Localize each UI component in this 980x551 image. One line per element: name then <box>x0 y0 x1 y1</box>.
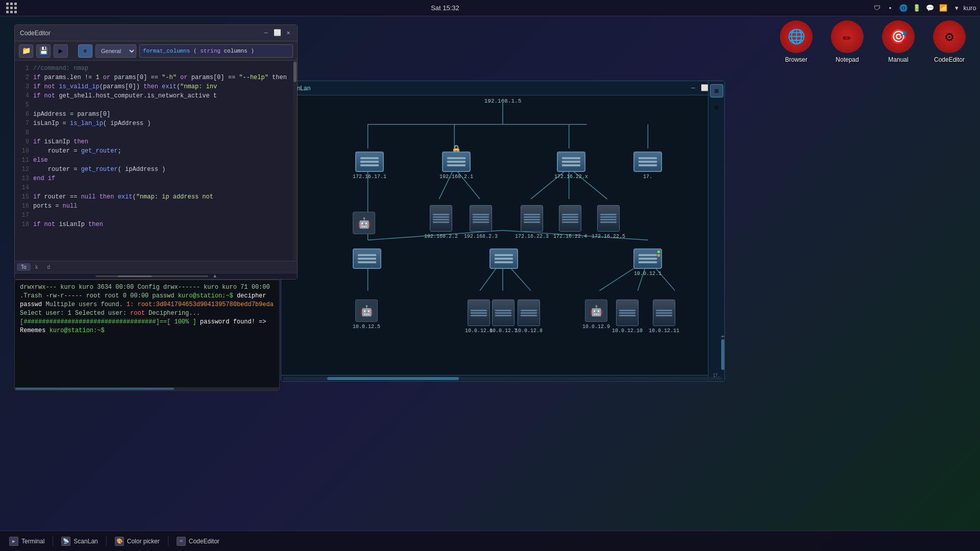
server-label: 192.168.2.3 <box>464 234 498 239</box>
network-map: 192.168.1.5 172.16.17.1 <box>281 95 724 375</box>
code-scrollbar[interactable] <box>293 61 297 261</box>
server-10-0-12-8[interactable]: 10.0.12.8 <box>515 299 543 334</box>
taskbar-item-scanlan[interactable]: 📡 ScanLan <box>56 533 103 549</box>
signal-icon[interactable]: ▾ <box>952 4 961 12</box>
tab-k[interactable]: k <box>32 263 42 271</box>
scanlan-right-label: 17. <box>713 373 720 375</box>
terminal-scrollbar[interactable] <box>15 387 279 390</box>
scanlan-maximize-button[interactable]: ⬜ <box>701 85 708 92</box>
scanlan-titlebar: ScanLan — ⬜ ✕ <box>281 81 724 95</box>
server-192-168-2-2[interactable]: 192.168.2.2 <box>424 205 458 239</box>
server-192-168-2-3[interactable]: 192.168.2.3 <box>464 205 498 239</box>
tab-d[interactable]: d <box>43 263 55 271</box>
desktop: Sat 15:32 🛡 ▪ 🌐 🔋 💬 📶 ▾ kuro 🌐 Browser ✏… <box>0 0 980 551</box>
server-icon <box>470 205 492 232</box>
settings-button[interactable]: ⚙ <box>78 44 92 58</box>
function-display: format_columns ( string columns ) <box>139 44 293 58</box>
maximize-button[interactable]: ⬜ <box>274 30 281 37</box>
language-select[interactable]: General <box>95 44 136 58</box>
router-172-16-22[interactable]: 172.16.22.x <box>554 152 588 180</box>
topbar-left <box>6 3 17 14</box>
list-view-button[interactable]: ≡ <box>710 102 723 115</box>
server-10-0-12-7[interactable]: 10.0.12.7 <box>489 299 517 334</box>
scanlan-horizontal-scrollbar[interactable] <box>281 375 724 381</box>
apps-grid-icon[interactable] <box>6 3 17 14</box>
taskbar: ▶ Terminal 📡 ScanLan 🎨 Color picker ⌨ Co… <box>0 531 980 551</box>
router-mid-1[interactable] <box>353 248 381 269</box>
terminal-taskbar-icon: ▶ <box>9 537 18 546</box>
terminal-content[interactable]: drwxrwx--- kuro kuro 3634 00:00 Config d… <box>15 280 279 387</box>
codeeditor-desktop-icon[interactable]: ⚙️ CodeEditor <box>929 20 970 63</box>
cpu-icon[interactable]: ▪ <box>886 4 894 12</box>
server-icon <box>521 205 543 232</box>
run-button[interactable]: ▶ <box>54 44 68 58</box>
net-ip-top: 192.168.1.5 <box>484 98 522 104</box>
tab-to[interactable]: To <box>17 263 31 271</box>
router-label: 10.0.12.1 <box>634 271 662 277</box>
scanlan-vertical-scroll[interactable] <box>720 335 724 371</box>
scanlan-scroll-thumb[interactable] <box>327 377 459 380</box>
router-17-partial[interactable]: 17. <box>633 152 662 180</box>
server-icon <box>559 205 581 232</box>
map-view-button[interactable]: ⊞ <box>710 95 723 97</box>
router-172-16-17-1[interactable]: 172.16.17.1 <box>353 152 386 180</box>
server-10-0-12-11[interactable]: 10.0.12.11 <box>649 299 679 334</box>
scanlan-minimize-button[interactable]: — <box>690 85 697 92</box>
taskbar-item-codeeditor[interactable]: ⌨ CodeEditor <box>172 533 225 549</box>
server-icon <box>653 299 675 326</box>
topbar-datetime: Sat 15:32 <box>431 4 459 12</box>
window-controls: — ⬜ ✕ <box>262 30 292 37</box>
scanlan-taskbar-icon: 📡 <box>61 537 70 546</box>
browser-icon[interactable]: 🌐 Browser <box>776 20 817 63</box>
scroll-up-button[interactable]: ▲ <box>213 273 216 279</box>
server-172-16-22-5[interactable]: 172.16.22.5 <box>592 205 625 239</box>
scanner-node-3[interactable]: 🤖 10.0.12.9 <box>582 299 610 330</box>
scrollbar-thumb[interactable] <box>293 62 297 82</box>
scanner-node-1[interactable]: 🤖 <box>353 212 375 234</box>
shield-icon[interactable]: 🛡 <box>873 4 881 12</box>
server-icon <box>597 205 620 232</box>
scanlan-content: 192.168.1.5 172.16.17.1 <box>281 95 724 375</box>
server-10-0-12-10[interactable]: 10.0.12.10 <box>612 299 643 334</box>
router-10-0-12-1[interactable]: 10.0.12.1 <box>633 248 662 277</box>
func-text: format_columns ( string columns ) <box>143 48 254 54</box>
router-192-168-2-1[interactable]: 🔒 192.168.2.1 <box>439 152 473 180</box>
taskbar-item-color-picker[interactable]: 🎨 Color picker <box>110 533 165 549</box>
save-button[interactable]: 💾 <box>36 44 51 58</box>
chat-icon[interactable]: 💬 <box>926 4 934 12</box>
server-172-16-22-3[interactable]: 172.16.22.3 <box>515 205 549 239</box>
browser-icon-img: 🌐 <box>780 20 813 53</box>
manual-icon[interactable]: 🎯 Manual <box>878 20 919 63</box>
server-label: 10.0.12.11 <box>649 328 679 334</box>
scanner-label: 10.0.12.5 <box>353 324 380 330</box>
notepad-icon[interactable]: ✏️ Notepad <box>827 20 868 63</box>
minimize-button[interactable]: — <box>262 30 270 37</box>
notepad-icon-img: ✏️ <box>831 20 864 53</box>
scanner-node-2[interactable]: 🤖 10.0.12.5 <box>353 299 380 330</box>
server-172-16-22-4[interactable]: 172.16.22.4 <box>553 205 587 239</box>
codeeditor-window: CodeEditor — ⬜ ✕ 📁 💾 ▶ ⚙ General format_… <box>14 24 298 280</box>
server-label: 10.0.12.7 <box>489 328 517 334</box>
wifi-icon[interactable]: 📶 <box>939 4 947 12</box>
router-label: 17. <box>643 174 652 180</box>
scanner-icon: 🤖 <box>353 212 375 234</box>
server-label: 10.0.12.6 <box>465 328 493 334</box>
file-button[interactable]: 📁 <box>19 44 33 58</box>
line-numbers: 123456789101112131415161718 <box>15 61 31 261</box>
server-label: 10.0.12.8 <box>515 328 543 334</box>
router-label: 172.16.17.1 <box>353 174 386 180</box>
topbar: Sat 15:32 🛡 ▪ 🌐 🔋 💬 📶 ▾ kuro <box>0 0 980 16</box>
server-icon <box>430 205 452 232</box>
router-mid-2[interactable] <box>489 248 518 269</box>
close-button[interactable]: ✕ <box>285 30 292 37</box>
server-icon <box>468 299 490 326</box>
scanlan-scroll-track[interactable] <box>283 377 722 380</box>
status-dots <box>657 251 660 257</box>
code-tabs: To k d <box>15 261 297 273</box>
taskbar-item-terminal[interactable]: ▶ Terminal <box>4 533 50 549</box>
server-10-0-12-6[interactable]: 10.0.12.6 <box>465 299 493 334</box>
codeeditor-taskbar-label: CodeEditor <box>189 538 219 545</box>
battery-icon[interactable]: 🔋 <box>913 4 921 12</box>
code-content[interactable]: //command: nmap if params.len != 1 or pa… <box>31 61 293 261</box>
network-icon[interactable]: 🌐 <box>899 4 908 12</box>
